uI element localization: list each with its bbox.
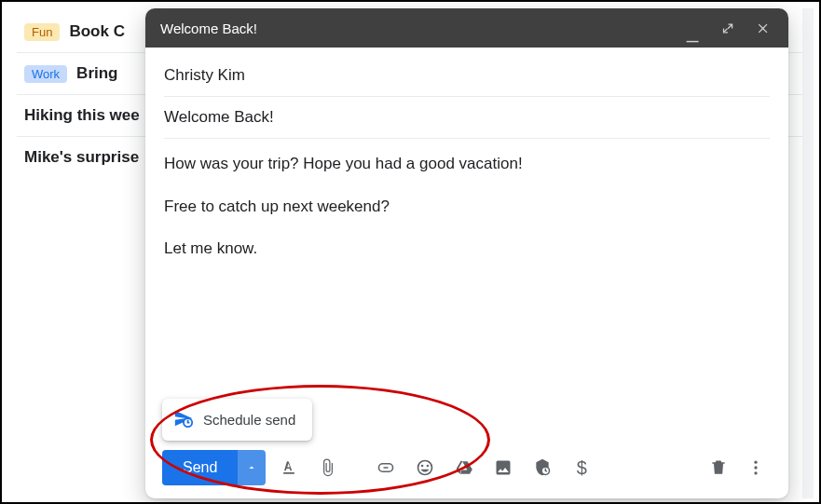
side-panel xyxy=(802,8,814,498)
schedule-send-label: Schedule send xyxy=(203,412,295,428)
label-badge: Fun xyxy=(24,23,60,41)
money-icon[interactable]: $ xyxy=(566,452,597,484)
drive-icon[interactable] xyxy=(448,452,480,484)
svg-point-4 xyxy=(754,461,757,464)
svg-point-6 xyxy=(754,471,757,474)
body-line: How was your trip? Hope you had a good v… xyxy=(164,152,770,176)
subject-field[interactable]: Welcome Back! xyxy=(164,97,770,139)
close-icon[interactable] xyxy=(753,18,773,38)
message-body[interactable]: How was your trip? Hope you had a good v… xyxy=(164,139,770,293)
compose-header[interactable]: Welcome Back! _ xyxy=(145,8,788,48)
confidential-icon[interactable] xyxy=(527,452,558,484)
body-line: Free to catch up next weekend? xyxy=(164,195,770,219)
trash-icon[interactable] xyxy=(703,452,734,484)
minimize-icon[interactable]: _ xyxy=(682,21,703,42)
format-text-icon[interactable] xyxy=(273,452,305,484)
chevron-up-icon xyxy=(246,462,257,473)
fullscreen-icon[interactable] xyxy=(718,18,738,38)
schedule-send-icon xyxy=(173,408,194,431)
emoji-icon[interactable] xyxy=(409,452,441,484)
image-icon[interactable] xyxy=(487,452,519,484)
schedule-send-menu-item[interactable]: Schedule send xyxy=(162,399,312,441)
inbox-subject: Mike's surprise xyxy=(24,148,139,167)
link-icon[interactable] xyxy=(370,452,402,484)
svg-point-5 xyxy=(754,466,757,469)
attach-icon[interactable] xyxy=(312,452,344,484)
label-badge: Work xyxy=(24,65,67,83)
compose-window: Welcome Back! _ Christy Kim Welcome Back… xyxy=(145,8,788,498)
more-vert-icon[interactable] xyxy=(740,452,772,484)
compose-title: Welcome Back! xyxy=(160,20,667,36)
send-options-button[interactable] xyxy=(238,450,266,485)
send-button-group: Send xyxy=(162,450,266,485)
body-line: Let me know. xyxy=(164,237,770,261)
inbox-subject: Hiking this wee xyxy=(24,106,140,125)
recipient-field[interactable]: Christy Kim xyxy=(164,55,770,97)
send-button[interactable]: Send xyxy=(162,450,238,485)
inbox-subject: Bring xyxy=(76,64,117,83)
compose-toolbar: Send $ xyxy=(162,450,772,485)
inbox-subject: Book C xyxy=(69,22,125,41)
